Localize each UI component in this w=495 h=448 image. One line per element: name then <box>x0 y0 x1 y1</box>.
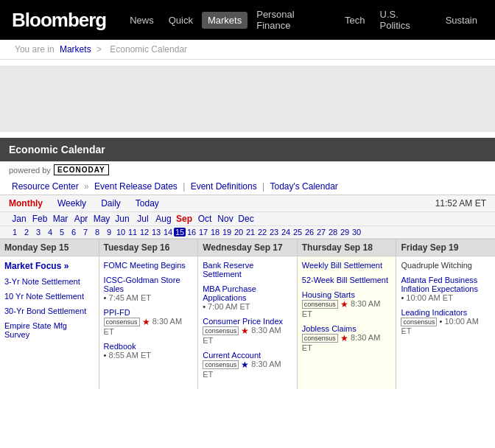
day-13[interactable]: 13 <box>150 228 162 237</box>
period-today[interactable]: Today <box>136 198 159 209</box>
month-apr[interactable]: Apr <box>71 214 91 224</box>
quadruple-witching-text: Quadruple Witching <box>401 261 472 270</box>
consensus-badge: consensus <box>302 300 338 309</box>
cpi-link[interactable]: Consumer Price Index <box>203 317 283 326</box>
day-23[interactable]: 23 <box>268 228 280 237</box>
jobless-claims-link[interactable]: Jobless Claims <box>302 324 357 333</box>
todays-calendar-link[interactable]: Today's Calendar <box>270 181 337 192</box>
day-9[interactable]: 9 <box>103 228 115 237</box>
month-nov[interactable]: Nov <box>215 214 236 224</box>
col-friday-body: Quadruple Witching Atlanta Fed Business … <box>396 256 495 346</box>
day-26[interactable]: 26 <box>303 228 315 237</box>
month-feb[interactable]: Feb <box>29 214 50 224</box>
day-16[interactable]: 16 <box>186 228 197 237</box>
month-oct[interactable]: Oct <box>194 214 215 224</box>
day-10[interactable]: 10 <box>115 228 127 237</box>
month-jun[interactable]: Jun <box>112 214 133 224</box>
day-27[interactable]: 27 <box>315 228 327 237</box>
day-row: 1 2 3 4 5 6 7 8 9 10 11 12 13 14 15 16 1… <box>0 226 495 239</box>
day-14[interactable]: 14 <box>162 228 174 237</box>
day-7[interactable]: 7 <box>80 228 91 237</box>
list-item: Bank Reserve Settlement <box>203 261 292 279</box>
period-weekly[interactable]: Weekly <box>57 198 86 209</box>
month-dec[interactable]: Dec <box>236 214 256 224</box>
col-friday: Friday Sep 19 Quadruple Witching Atlanta… <box>396 239 495 389</box>
day-12[interactable]: 12 <box>138 228 150 237</box>
day-18[interactable]: 18 <box>209 228 221 237</box>
day-8[interactable]: 8 <box>91 228 103 237</box>
advertisement-banner <box>0 66 495 132</box>
thirty-yr-bond-link[interactable]: 30-Yr Bond Settlement <box>4 307 86 315</box>
nav-quick[interactable]: Quick <box>163 12 199 29</box>
month-aug[interactable]: Aug <box>153 214 174 224</box>
consensus-badge: consensus <box>104 318 140 326</box>
atlanta-fed-link[interactable]: Atlanta Fed Business Inflation Expectati… <box>401 276 478 293</box>
ten-yr-note-link[interactable]: 10 Yr Note Settlement <box>4 292 84 301</box>
empire-state-link[interactable]: Empire State Mfg Survey <box>4 321 67 339</box>
list-item: Consumer Price Index consensus ★ 8:30 AM… <box>203 317 292 345</box>
nav-personal-finance[interactable]: Personal Finance <box>250 6 336 34</box>
nav-tech[interactable]: Tech <box>339 12 371 29</box>
day-19[interactable]: 19 <box>221 228 233 237</box>
list-item: Leading Indicators consensus • 10:00 AM … <box>401 308 491 335</box>
month-sep[interactable]: Sep <box>174 214 194 224</box>
icsc-goldman-link[interactable]: ICSC-Goldman Store Sales <box>104 276 180 293</box>
leading-indicators-link[interactable]: Leading Indicators <box>401 308 467 317</box>
weekly-bill-link[interactable]: Weekly Bill Settlement <box>302 261 382 270</box>
fomc-meeting-link[interactable]: FOMC Meeting Begins <box>104 261 186 270</box>
month-row: Jan Feb Mar Apr May Jun Jul Aug Sep Oct … <box>0 212 495 226</box>
month-jul[interactable]: Jul <box>133 214 153 224</box>
nav-politics[interactable]: U.S. Politics <box>374 6 437 34</box>
three-yr-note-link[interactable]: 3-Yr Note Settlement <box>4 277 80 286</box>
ppi-fd-link[interactable]: PPI-FD <box>104 308 130 317</box>
month-mar[interactable]: Mar <box>50 214 71 224</box>
resource-center-link[interactable]: Resource Center <box>12 181 79 192</box>
day-17[interactable]: 17 <box>197 228 209 237</box>
month-may[interactable]: May <box>91 214 112 224</box>
list-item: 3-Yr Note Settlement <box>4 277 94 286</box>
resource-links-bar: Resource Center » Event Release Dates | … <box>0 178 495 195</box>
redbook-time: 8:55 AM ET <box>109 351 151 360</box>
day-2[interactable]: 2 <box>21 228 32 237</box>
col-monday-body: Market Focus » 3-Yr Note Settlement 10 Y… <box>0 256 99 349</box>
bank-reserve-link[interactable]: Bank Reserve Settlement <box>203 261 253 279</box>
period-daily[interactable]: Daily <box>101 198 121 209</box>
list-item: PPI-FD consensus ★ 8:30 AM ET <box>104 308 194 336</box>
day-22[interactable]: 22 <box>256 228 268 237</box>
col-friday-header: Friday Sep 19 <box>396 239 495 256</box>
day-5[interactable]: 5 <box>56 228 68 237</box>
nav-news[interactable]: News <box>124 12 160 29</box>
day-30[interactable]: 30 <box>351 228 362 237</box>
day-25[interactable]: 25 <box>292 228 303 237</box>
breadcrumb-markets[interactable]: Markets <box>60 44 91 55</box>
market-focus-link[interactable]: Market Focus » <box>4 261 69 271</box>
day-1[interactable]: 1 <box>9 228 21 237</box>
housing-starts-link[interactable]: Housing Starts <box>302 290 355 299</box>
col-monday-header: Monday Sep 15 <box>0 239 99 256</box>
main-nav: News Quick Markets Personal Finance Tech… <box>124 6 483 34</box>
day-21[interactable]: 21 <box>245 228 256 237</box>
52-week-bill-link[interactable]: 52-Week Bill Settlement <box>302 276 388 284</box>
day-15[interactable]: 15 <box>174 228 186 237</box>
day-20[interactable]: 20 <box>233 228 245 237</box>
month-jan[interactable]: Jan <box>9 214 29 224</box>
day-24[interactable]: 24 <box>280 228 292 237</box>
mba-purchase-link[interactable]: MBA Purchase Applications <box>203 284 256 302</box>
nav-markets[interactable]: Markets <box>202 12 248 29</box>
event-definitions-link[interactable]: Event Definitions <box>191 181 257 192</box>
day-6[interactable]: 6 <box>68 228 80 237</box>
econoday-logo: ECONODAY <box>54 164 109 175</box>
day-11[interactable]: 11 <box>127 228 138 237</box>
day-28[interactable]: 28 <box>327 228 339 237</box>
economic-calendar: Economic Calendar powered by ECONODAY Re… <box>0 138 495 389</box>
event-release-dates-link[interactable]: Event Release Dates <box>94 181 178 192</box>
current-account-link[interactable]: Current Account <box>203 351 261 360</box>
nav-sustain[interactable]: Sustain <box>440 12 483 29</box>
day-4[interactable]: 4 <box>44 228 56 237</box>
period-monthly[interactable]: Monthly <box>9 198 43 209</box>
redbook-link[interactable]: Redbook <box>104 342 136 351</box>
day-3[interactable]: 3 <box>32 228 44 237</box>
col-monday: Monday Sep 15 Market Focus » 3-Yr Note S… <box>0 239 99 389</box>
day-29[interactable]: 29 <box>339 228 351 237</box>
atlanta-fed-time: 10:00 AM ET <box>406 293 453 302</box>
